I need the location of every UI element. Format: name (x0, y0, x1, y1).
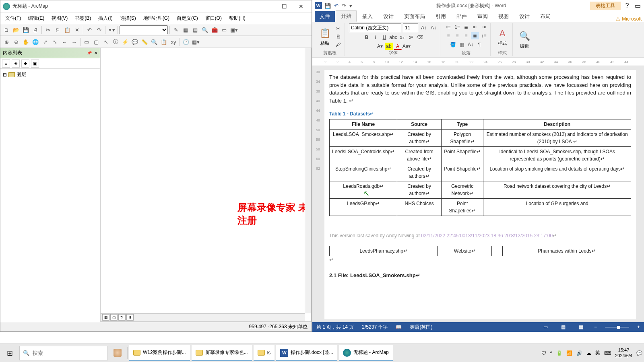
next-extent-icon[interactable]: → (70, 37, 78, 46)
maximize-button[interactable]: ☐ (276, 2, 292, 11)
create-viewer-icon[interactable]: ▦▾ (191, 37, 200, 46)
minimize-button[interactable]: — (259, 2, 275, 11)
language[interactable]: 英语(英国) (410, 324, 432, 331)
find-icon[interactable]: 🔍 (150, 37, 159, 46)
menu-select[interactable]: 选择(S) (117, 13, 139, 23)
editor-toolbar-icon[interactable]: ✎ (171, 25, 180, 34)
toc-icon[interactable]: ▦ (181, 25, 190, 34)
tab-review[interactable]: 审阅 (473, 11, 493, 22)
find-route-icon[interactable]: 📋 (159, 37, 168, 46)
pin-icon[interactable]: 📌 (87, 51, 92, 55)
table-row[interactable]: LeedsPharmacy.shp↵Website↵Pharmacies wit… (330, 246, 631, 256)
hyperlink-icon[interactable]: ⚡ (121, 37, 130, 46)
add-data-icon[interactable]: ✦▾ (107, 25, 116, 34)
close-toc-icon[interactable]: ✕ (94, 51, 97, 55)
page[interactable]: The datasets for this practical have all… (324, 70, 636, 319)
tray-battery-icon[interactable]: 🔋 (556, 350, 562, 356)
italic-button[interactable]: I (372, 34, 380, 41)
menu-bookmarks[interactable]: 书签(B) (72, 13, 94, 23)
search-window-icon[interactable]: 🔍 (200, 25, 209, 34)
redo-icon[interactable]: ↷ (95, 25, 103, 34)
select-features-icon[interactable]: ▭ (82, 37, 91, 46)
zoom-out-icon[interactable]: − (594, 324, 597, 330)
horizontal-scrollbar[interactable]: ▦ ▢ ↻ ⏸ (101, 313, 305, 321)
align-center-icon[interactable]: ≡ (453, 32, 461, 39)
data-view-tab[interactable]: ▦ (102, 314, 109, 321)
subscript-icon[interactable]: x₂ (398, 34, 406, 41)
line-spacing-icon[interactable]: ↕≡ (480, 32, 488, 39)
word-count[interactable]: 2/5237 个字 (362, 324, 388, 331)
tab-view[interactable]: 视图 (493, 11, 514, 22)
horizontal-ruler[interactable]: 2246810121416182022242628303234363840424… (312, 58, 644, 66)
notifications-icon[interactable]: 💬 (636, 350, 642, 356)
change-case-icon[interactable]: Aa▾ (402, 43, 411, 50)
text-effects-icon[interactable]: A▾ (376, 43, 384, 50)
close-button[interactable]: ✕ (293, 2, 309, 11)
clock[interactable]: 15:47 2024/6/4 (615, 348, 632, 358)
menu-help[interactable]: 帮助(H) (226, 13, 249, 23)
tray-up-icon[interactable]: ^ (550, 350, 553, 356)
ime-keyboard-icon[interactable]: ⌨ (604, 350, 611, 356)
select-elements-icon[interactable]: ↖ (101, 37, 110, 46)
toolbox-icon[interactable]: 🧰 (210, 25, 219, 34)
styles-button[interactable]: A样式 (495, 27, 510, 47)
taskbar-dunes-icon[interactable] (109, 345, 126, 361)
tab-table-design[interactable]: 设计 (514, 11, 535, 22)
fixed-zoom-in-icon[interactable]: ⤢ (41, 37, 50, 46)
help-icon[interactable]: ? (623, 2, 631, 9)
catalog-icon[interactable]: ▤ (191, 25, 200, 34)
cut-icon[interactable]: ✂ (43, 25, 52, 34)
scale-select[interactable] (120, 25, 168, 34)
map-canvas[interactable]: 屏幕录像专家 未注册 ▦ ▢ ↻ ⏸ (100, 48, 312, 322)
taskbar-item-arcmap[interactable]: 无标题 - ArcMap (339, 345, 393, 361)
identify-icon[interactable]: ⓘ (111, 37, 120, 46)
menu-customize[interactable]: 自定义(C) (173, 13, 201, 23)
version-footnote[interactable]: This version last saved by Andy Newing a… (329, 232, 631, 239)
read-mode-icon[interactable]: ▭ (541, 323, 551, 331)
tab-file[interactable]: 文件 (315, 11, 335, 22)
table-row[interactable]: LeedsLSOA_Centroids.shp↵Created from abo… (330, 147, 631, 164)
taskbar-item-recorder[interactable]: 屏幕录像专家绿色... (192, 345, 252, 361)
open-icon[interactable]: 📂 (12, 25, 21, 34)
th-description[interactable]: Description (483, 119, 631, 130)
copy-icon[interactable]: ⎘ (334, 33, 342, 40)
taskbar-item-word[interactable]: W操作步骤.docx [兼... (276, 345, 337, 361)
redo-icon[interactable]: ↷ (342, 3, 346, 9)
signin-alert[interactable]: ⚠ Microsoft (616, 16, 642, 22)
tab-design[interactable]: 设计 (378, 11, 398, 22)
tab-home[interactable]: 开始 (336, 10, 357, 22)
prev-extent-icon[interactable]: ← (60, 37, 69, 46)
toc-tree[interactable]: ⊟ 图层 (0, 69, 100, 322)
menu-view[interactable]: 视图(V) (48, 13, 71, 23)
table-caption[interactable]: Table 1 - Datasets↵ (329, 110, 631, 117)
measure-icon[interactable]: 📏 (140, 37, 149, 46)
pause-icon[interactable]: ⏸ (126, 314, 134, 321)
menu-window[interactable]: 窗口(O) (202, 13, 225, 23)
list-by-visibility-icon[interactable]: ◆ (21, 60, 29, 68)
th-type[interactable]: Type (441, 119, 483, 130)
body-paragraph[interactable]: The datasets for this practical have all… (329, 73, 631, 105)
strikethrough-icon[interactable]: abc (389, 34, 397, 41)
increase-indent-icon[interactable]: ⇥ (480, 23, 488, 31)
table-row[interactable]: LeedsGP.shp↵NHS ChoicesPoint Shapefiles↵… (330, 199, 631, 216)
layout-view-tab[interactable]: ▢ (110, 314, 118, 321)
justify-icon[interactable]: ≣ (471, 32, 479, 39)
layer-root[interactable]: ⊟ 图层 (3, 71, 97, 78)
delete-icon[interactable]: ✕ (72, 25, 81, 34)
grow-font-icon[interactable]: A↑ (420, 24, 428, 31)
superscript-icon[interactable]: x² (407, 34, 415, 41)
minus-icon[interactable]: ⊟ (3, 72, 7, 78)
save-icon[interactable]: 💾 (21, 25, 30, 34)
menu-geoprocessing[interactable]: 地理处理(G) (140, 13, 173, 23)
tray-network-icon[interactable]: 📶 (566, 350, 572, 356)
list-by-selection-icon[interactable]: ▣ (31, 60, 39, 68)
zoom-out-icon[interactable]: ⊖ (12, 37, 21, 46)
tab-table-layout[interactable]: 布局 (535, 11, 555, 22)
align-right-icon[interactable]: ≡ (462, 32, 470, 39)
web-layout-icon[interactable]: ▦ (576, 323, 586, 331)
start-button[interactable]: ⊞ (2, 345, 18, 361)
table-row[interactable]: LeedsLSOA_Smokers.shp↵Created by authors… (330, 130, 631, 147)
menu-edit[interactable]: 编辑(E) (25, 13, 47, 23)
list-by-drawing-icon[interactable]: ≡ (2, 60, 10, 68)
table-row[interactable]: LeedsRoads.gdb↵Created by authors↵Geomet… (330, 181, 631, 199)
